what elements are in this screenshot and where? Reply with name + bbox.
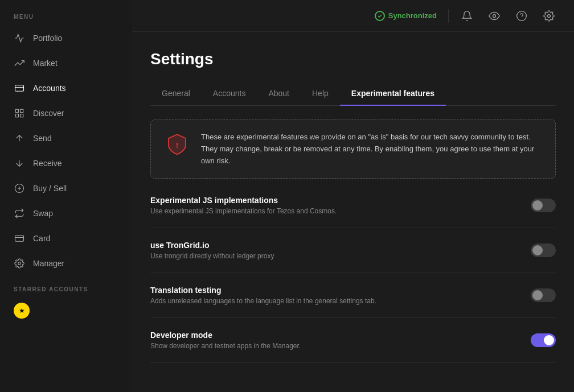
sidebar-item-send[interactable]: Send <box>0 126 132 151</box>
warning-box: ! These are experimental features we pro… <box>150 119 556 179</box>
settings-body: ! These are experimental features we pro… <box>150 106 556 377</box>
card-icon <box>14 233 25 244</box>
sidebar-item-buy-sell[interactable]: Buy / Sell <box>0 176 132 201</box>
svg-text:!: ! <box>176 141 178 150</box>
svg-rect-5 <box>20 114 23 117</box>
sidebar-item-manager[interactable]: Manager <box>0 251 132 276</box>
sync-check-icon <box>375 11 385 21</box>
sidebar-item-card[interactable]: Card <box>0 226 132 251</box>
tab-help[interactable]: Help <box>301 82 340 106</box>
sidebar-item-label: Card <box>33 234 50 243</box>
notifications-button[interactable] <box>456 5 478 27</box>
tab-accounts[interactable]: Accounts <box>202 82 257 106</box>
accounts-icon <box>14 82 25 94</box>
sidebar-item-label: Send <box>33 134 52 143</box>
warning-text: These are experimental features we provi… <box>201 131 542 167</box>
sidebar-item-label: Manager <box>33 259 64 268</box>
topbar: Synchronized <box>132 0 574 32</box>
tab-about[interactable]: About <box>257 82 301 106</box>
feature-desc: Show developer and testnet apps in the M… <box>150 342 301 350</box>
sidebar-item-label: Discover <box>33 109 64 118</box>
sidebar-item-portfolio[interactable]: Portfolio <box>0 26 132 51</box>
eye-button[interactable] <box>483 5 506 27</box>
starred-account[interactable]: ★ <box>0 297 132 324</box>
sidebar-item-label: Swap <box>33 209 53 218</box>
page-content: Settings General Accounts About Help Exp… <box>132 32 574 392</box>
feature-desc: Adds unreleased languages to the languag… <box>150 297 376 305</box>
page-title: Settings <box>150 50 556 68</box>
toggle-developer-mode[interactable] <box>531 333 556 347</box>
feature-desc: Use experimental JS implementations for … <box>150 207 337 215</box>
feature-desc: Use trongrid directly without ledger pro… <box>150 252 274 260</box>
feature-title: Developer mode <box>150 331 301 340</box>
feature-row-experimental-js: Experimental JS implementations Use expe… <box>150 183 556 228</box>
svg-point-14 <box>493 14 496 17</box>
svg-rect-2 <box>15 109 18 112</box>
feature-row-translation: Translation testing Adds unreleased lang… <box>150 273 556 318</box>
sidebar-item-market[interactable]: Market <box>0 51 132 76</box>
feature-title: Experimental JS implementations <box>150 196 337 205</box>
sidebar-item-discover[interactable]: Discover <box>0 101 132 126</box>
tab-general[interactable]: General <box>150 82 202 106</box>
manager-icon <box>14 258 25 269</box>
sidebar-item-receive[interactable]: Receive <box>0 151 132 176</box>
buy-sell-icon <box>14 183 25 194</box>
topbar-divider <box>448 9 449 23</box>
shield-warning-icon: ! <box>165 131 190 156</box>
sidebar-item-label: Accounts <box>33 84 66 93</box>
toggle-translation[interactable] <box>531 288 556 302</box>
svg-point-15 <box>517 11 527 20</box>
svg-rect-0 <box>15 85 24 92</box>
receive-icon <box>14 158 25 169</box>
toggle-trongrid[interactable] <box>531 244 556 257</box>
portfolio-icon <box>14 32 25 44</box>
feature-row-trongrid: use TronGrid.io Use trongrid directly wi… <box>150 228 556 273</box>
svg-point-17 <box>548 14 551 17</box>
svg-point-13 <box>18 262 21 265</box>
tab-experimental[interactable]: Experimental features <box>340 82 446 106</box>
feature-title: use TronGrid.io <box>150 241 274 250</box>
feature-row-developer-mode: Developer mode Show developer and testne… <box>150 318 556 363</box>
discover-icon <box>14 108 25 119</box>
avatar: ★ <box>14 303 30 319</box>
starred-accounts-label: STARRED ACCOUNTS <box>0 276 132 297</box>
sidebar-item-label: Receive <box>33 159 62 168</box>
sidebar-item-label: Buy / Sell <box>33 184 67 193</box>
main-content: Synchronized Settings General Accounts A… <box>132 0 574 392</box>
swap-icon <box>14 208 25 219</box>
feature-title: Translation testing <box>150 286 376 295</box>
svg-rect-3 <box>20 109 23 112</box>
settings-button[interactable] <box>538 5 560 27</box>
sidebar-item-label: Market <box>33 59 58 68</box>
send-icon <box>14 133 25 144</box>
svg-rect-4 <box>15 114 18 117</box>
market-icon <box>14 57 25 69</box>
sidebar-item-accounts[interactable]: Accounts <box>0 76 132 101</box>
menu-label: MENU <box>0 0 132 26</box>
sidebar-item-swap[interactable]: Swap <box>0 201 132 226</box>
sidebar-item-label: Portfolio <box>33 34 62 43</box>
svg-rect-11 <box>15 236 24 242</box>
settings-tabs: General Accounts About Help Experimental… <box>150 82 556 106</box>
sync-label: Synchronized <box>388 11 437 20</box>
sidebar: MENU Portfolio Market Accounts Discover … <box>0 0 132 392</box>
toggle-experimental-js[interactable] <box>531 199 556 212</box>
help-button[interactable] <box>510 5 533 27</box>
sync-indicator: Synchronized <box>375 11 437 21</box>
